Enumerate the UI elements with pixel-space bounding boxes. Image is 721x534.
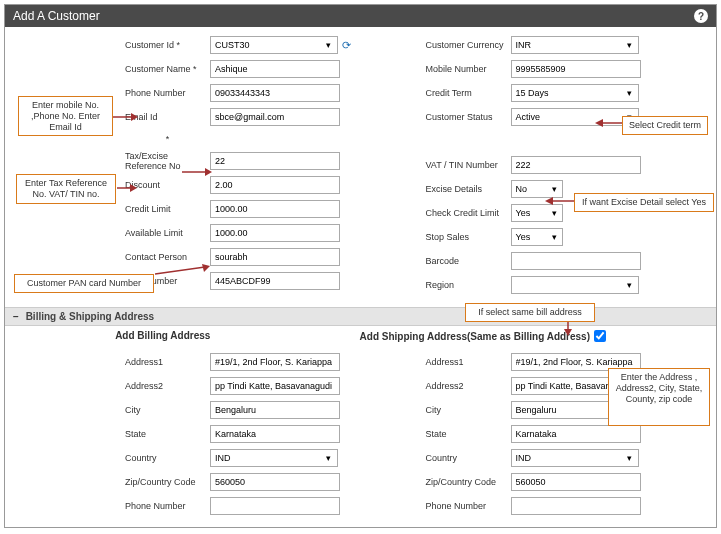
customer-id-dropdown[interactable]: ▾ xyxy=(320,36,338,54)
stop-sales-dropdown[interactable]: ▾ xyxy=(547,228,563,246)
b-country-label: Country xyxy=(125,453,210,463)
b-addr1-label: Address1 xyxy=(125,357,210,367)
b-phone-input[interactable] xyxy=(210,497,340,515)
credit-limit-label: Credit Limit xyxy=(125,204,210,214)
vat-label: VAT / TIN Number xyxy=(426,160,511,170)
b-zip-label: Zip/Country Code xyxy=(125,477,210,487)
region-dropdown[interactable]: ▾ xyxy=(621,276,639,294)
annot-same-addr: If select same bill address xyxy=(465,303,595,322)
mobile-label: Mobile Number xyxy=(426,64,511,74)
s-addr2-label: Address2 xyxy=(426,381,511,391)
s-phone-input[interactable] xyxy=(511,497,641,515)
svg-marker-9 xyxy=(595,119,603,127)
b-addr2-input[interactable] xyxy=(210,377,340,395)
refresh-icon[interactable]: ⟳ xyxy=(342,39,351,52)
billing-address-heading: Add Billing Address xyxy=(15,330,311,342)
arrow-icon xyxy=(182,168,212,176)
b-city-input[interactable] xyxy=(210,401,340,419)
vat-input[interactable] xyxy=(511,156,641,174)
phone-input[interactable] xyxy=(210,84,340,102)
arrow-icon xyxy=(595,119,622,127)
barcode-label: Barcode xyxy=(426,256,511,266)
svg-marker-7 xyxy=(202,264,210,272)
discount-input[interactable] xyxy=(210,176,340,194)
svg-marker-3 xyxy=(130,184,137,192)
currency-label: Customer Currency xyxy=(426,40,511,50)
available-limit-label: Available Limit xyxy=(125,228,210,238)
tax-ref-input[interactable] xyxy=(210,152,340,170)
arrow-icon xyxy=(155,264,210,276)
region-label: Region xyxy=(426,280,511,290)
available-limit-input[interactable] xyxy=(210,224,340,242)
credit-limit-input[interactable] xyxy=(210,200,340,218)
annot-credit-term: Select Credit term xyxy=(622,116,708,135)
barcode-input[interactable] xyxy=(511,252,641,270)
b-country-value: IND xyxy=(210,449,320,467)
customer-name-label: Customer Name * xyxy=(125,64,210,74)
s-zip-input[interactable] xyxy=(511,473,641,491)
stop-sales-value: Yes xyxy=(511,228,547,246)
svg-marker-13 xyxy=(564,329,572,336)
region-value xyxy=(511,276,621,294)
currency-value: INR xyxy=(511,36,621,54)
currency-dropdown[interactable]: ▾ xyxy=(621,36,639,54)
b-state-label: State xyxy=(125,429,210,439)
annot-tax-vat: Enter Tax Reference No. VAT/ TIN no. xyxy=(16,174,116,204)
b-zip-input[interactable] xyxy=(210,473,340,491)
svg-marker-1 xyxy=(131,113,138,121)
annot-pan: Customer PAN card Number xyxy=(14,274,154,293)
b-addr1-input[interactable] xyxy=(210,353,340,371)
svg-marker-11 xyxy=(545,197,553,205)
stop-sales-label: Stop Sales xyxy=(426,232,511,242)
annot-excise: If want Excise Detail select Yes xyxy=(574,193,714,212)
customer-id-value: CUST30 xyxy=(210,36,320,54)
check-credit-value: Yes xyxy=(511,204,547,222)
arrow-icon xyxy=(545,197,575,205)
email-input[interactable] xyxy=(210,108,340,126)
annot-mobile-email: Enter mobile No. ,Phone No. Enter Email … xyxy=(18,96,113,136)
help-icon[interactable]: ? xyxy=(694,9,708,23)
s-country-value: IND xyxy=(511,449,621,467)
pan-input[interactable] xyxy=(210,272,340,290)
s-country-label: Country xyxy=(426,453,511,463)
shipping-address-heading: Add Shipping Address(Same as Billing Add… xyxy=(360,331,590,342)
excise-dropdown[interactable]: ▾ xyxy=(547,180,563,198)
billing-shipping-section[interactable]: − Billing & Shipping Address xyxy=(5,307,716,326)
s-state-input[interactable] xyxy=(511,425,641,443)
b-phone-label: Phone Number xyxy=(125,501,210,511)
credit-term-label: Credit Term xyxy=(426,88,511,98)
annot-address: Enter the Address , Address2, City, Stat… xyxy=(608,368,710,426)
customer-name-input[interactable] xyxy=(210,60,340,78)
status-label: Customer Status xyxy=(426,112,511,122)
page-title: Add A Customer xyxy=(13,9,100,23)
s-state-label: State xyxy=(426,429,511,439)
collapse-icon[interactable]: − xyxy=(13,311,19,322)
s-zip-label: Zip/Country Code xyxy=(426,477,511,487)
credit-term-dropdown[interactable]: ▾ xyxy=(621,84,639,102)
s-addr1-label: Address1 xyxy=(426,357,511,367)
s-country-dropdown[interactable]: ▾ xyxy=(621,449,639,467)
arrow-icon xyxy=(113,113,138,121)
mobile-input[interactable] xyxy=(511,60,641,78)
customer-id-label: Customer Id * xyxy=(125,40,210,50)
discount-label: Discount xyxy=(125,180,210,190)
contact-person-input[interactable] xyxy=(210,248,340,266)
same-as-billing-checkbox[interactable] xyxy=(594,330,606,342)
section-title: Billing & Shipping Address xyxy=(26,311,155,322)
excise-label: Excise Details xyxy=(426,184,511,194)
svg-line-6 xyxy=(155,267,205,274)
arrow-icon xyxy=(117,184,137,192)
svg-marker-5 xyxy=(205,168,212,176)
s-phone-label: Phone Number xyxy=(426,501,511,511)
credit-term-value: 15 Days xyxy=(511,84,621,102)
b-state-input[interactable] xyxy=(210,425,340,443)
check-credit-dropdown[interactable]: ▾ xyxy=(547,204,563,222)
contact-person-label: Contact Person xyxy=(125,252,210,262)
b-country-dropdown[interactable]: ▾ xyxy=(320,449,338,467)
b-city-label: City xyxy=(125,405,210,415)
excise-value: No xyxy=(511,180,547,198)
b-addr2-label: Address2 xyxy=(125,381,210,391)
email-required-star: * xyxy=(125,134,210,144)
phone-label: Phone Number xyxy=(125,88,210,98)
check-credit-label: Check Credit Limit xyxy=(426,208,511,218)
